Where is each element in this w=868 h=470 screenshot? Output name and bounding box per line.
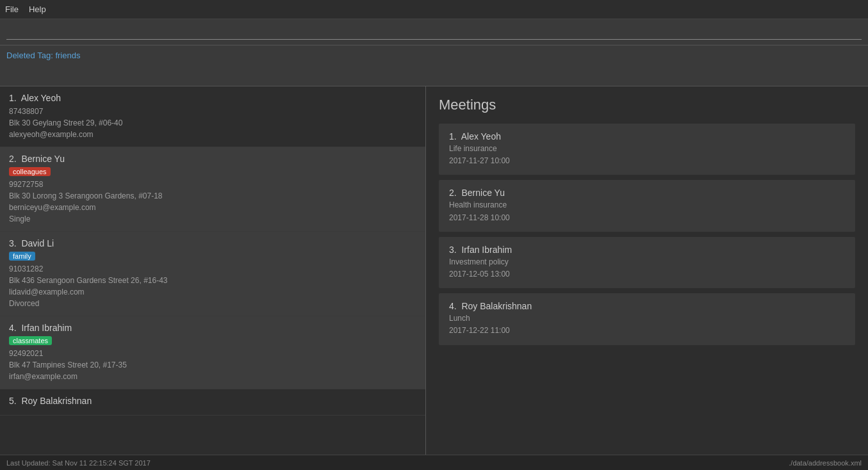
contact-card[interactable]: 4. Irfan Ibrahimclassmates92492021Blk 47…	[0, 316, 425, 389]
contact-phone: 91031282	[9, 263, 416, 275]
meeting-datetime: 2017-11-27 10:00	[449, 155, 845, 167]
contact-address: Blk 436 Serangoon Gardens Street 26, #16…	[9, 275, 416, 286]
file-path: ./data/addressbook.xml	[789, 459, 862, 467]
contact-name: 4. Irfan Ibrahim	[9, 323, 416, 333]
contact-name: 1. Alex Yeoh	[9, 93, 416, 103]
contact-card[interactable]: 2. Bernice Yucolleagues99272758Blk 30 Lo…	[0, 147, 425, 232]
search-bar	[0, 19, 868, 45]
search-input[interactable]	[6, 24, 862, 40]
contact-phone: 87438807	[9, 106, 416, 117]
contacts-panel: 1. Alex Yeoh87438807Blk 30 Geylang Stree…	[0, 86, 426, 455]
contact-card[interactable]: 5. Roy Balakrishnan	[0, 389, 425, 416]
contact-address: Blk 47 Tampines Street 20, #17-35	[9, 359, 416, 371]
contact-card[interactable]: 3. David Lifamily91031282Blk 436 Serango…	[0, 232, 425, 316]
last-updated: Last Updated: Sat Nov 11 22:15:24 SGT 20…	[6, 459, 151, 467]
notification-text: Deleted Tag: friends	[6, 51, 80, 60]
contact-status: Divorced	[9, 298, 416, 309]
contact-card[interactable]: 1. Alex Yeoh87438807Blk 30 Geylang Stree…	[0, 86, 425, 147]
meeting-name: 4. Roy Balakrishnan	[449, 301, 845, 311]
notification-tag: friends	[55, 51, 80, 60]
menu-bar: File Help	[0, 0, 868, 19]
main-content: 1. Alex Yeoh87438807Blk 30 Geylang Stree…	[0, 86, 868, 455]
contact-address: Blk 30 Lorong 3 Serangoon Gardens, #07-1…	[9, 190, 416, 202]
contact-email: lidavid@example.com	[9, 286, 416, 298]
meeting-card[interactable]: 1. Alex Yeoh Life insurance 2017-11-27 1…	[439, 124, 855, 175]
meeting-name: 2. Bernice Yu	[449, 188, 845, 198]
meetings-title: Meetings	[439, 97, 855, 113]
contact-email: berniceyu@example.com	[9, 202, 416, 213]
meeting-subject: Health insurance	[449, 199, 845, 211]
help-menu[interactable]: Help	[29, 4, 46, 14]
contact-tag: colleagues	[9, 166, 416, 179]
meeting-name: 3. Irfan Ibrahim	[449, 245, 845, 255]
file-menu[interactable]: File	[5, 4, 19, 14]
contact-name: 2. Bernice Yu	[9, 154, 416, 164]
meetings-panel: Meetings 1. Alex Yeoh Life insurance 201…	[426, 86, 868, 455]
meeting-datetime: 2017-12-05 13:00	[449, 268, 845, 280]
contact-name: 5. Roy Balakrishnan	[9, 396, 416, 406]
contact-email: irfan@example.com	[9, 371, 416, 382]
contact-tag: classmates	[9, 336, 416, 348]
notification-prefix: Deleted Tag:	[6, 51, 55, 60]
meeting-card[interactable]: 3. Irfan Ibrahim Investment policy 2017-…	[439, 237, 855, 288]
contact-phone: 92492021	[9, 348, 416, 359]
contact-address: Blk 30 Geylang Street 29, #06-40	[9, 117, 416, 129]
notification-bar: Deleted Tag: friends	[0, 45, 868, 86]
meeting-card[interactable]: 2. Bernice Yu Health insurance 2017-11-2…	[439, 180, 855, 231]
meeting-subject: Investment policy	[449, 256, 845, 268]
meeting-subject: Life insurance	[449, 143, 845, 155]
contact-tag: family	[9, 251, 416, 263]
status-bar: Last Updated: Sat Nov 11 22:15:24 SGT 20…	[0, 455, 868, 470]
contact-status: Single	[9, 213, 416, 225]
meetings-list: 1. Alex Yeoh Life insurance 2017-11-27 1…	[439, 124, 855, 345]
meeting-datetime: 2017-11-28 10:00	[449, 212, 845, 224]
meeting-name: 1. Alex Yeoh	[449, 131, 845, 142]
meeting-subject: Lunch	[449, 312, 845, 325]
meeting-datetime: 2017-12-22 11:00	[449, 325, 845, 337]
contact-phone: 99272758	[9, 179, 416, 190]
contact-email: alexyeoh@example.com	[9, 129, 416, 140]
contact-name: 3. David Li	[9, 238, 416, 248]
meeting-card[interactable]: 4. Roy Balakrishnan Lunch 2017-12-22 11:…	[439, 293, 855, 344]
